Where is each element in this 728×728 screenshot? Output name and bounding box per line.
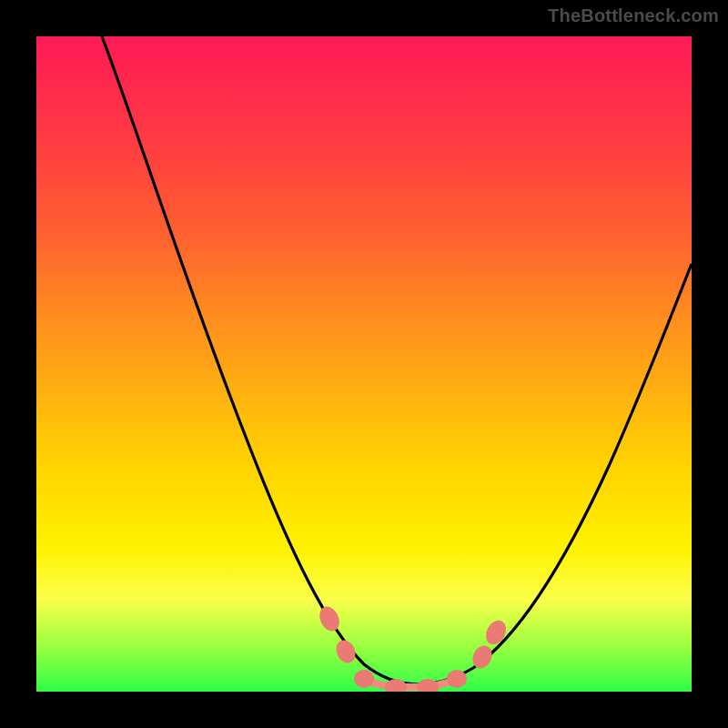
- bottleneck-curve: [102, 36, 692, 684]
- marker-dot: [316, 603, 343, 634]
- marker-dot: [469, 642, 495, 672]
- marker-dot: [482, 617, 511, 648]
- marker-group: [316, 603, 510, 692]
- marker-link: [364, 681, 455, 687]
- marker-dot: [417, 679, 439, 692]
- marker-dot: [354, 670, 374, 688]
- chart-frame: TheBottleneck.com: [0, 0, 728, 728]
- curve-layer: [36, 36, 692, 692]
- plot-area: [36, 36, 692, 692]
- marker-dot: [447, 670, 467, 688]
- marker-dot: [332, 637, 359, 666]
- marker-dot: [385, 679, 407, 692]
- attribution-label: TheBottleneck.com: [548, 5, 719, 26]
